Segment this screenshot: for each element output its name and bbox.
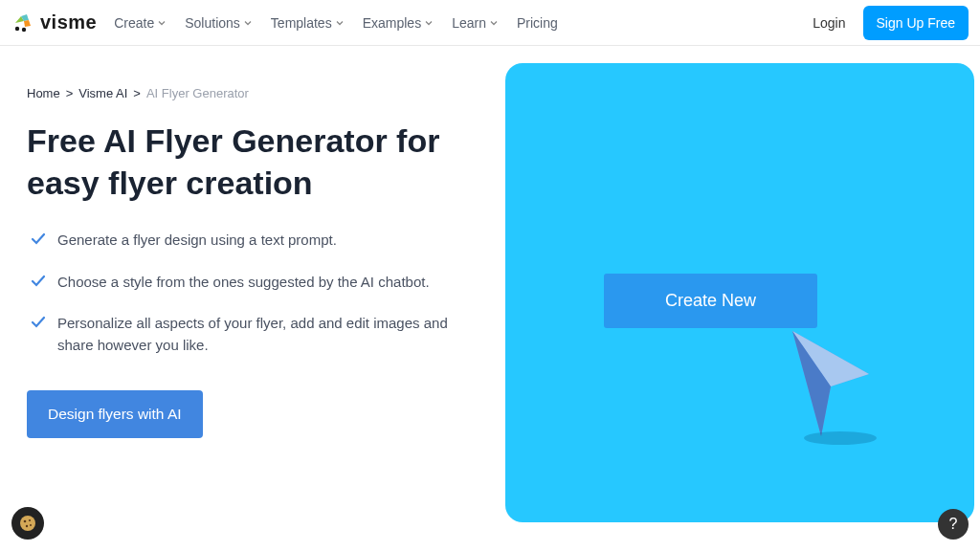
svg-point-5 (29, 519, 31, 521)
hero-illustration: Create New (505, 63, 974, 522)
feature-text: Generate a flyer design using a text pro… (57, 229, 337, 251)
nav-solutions[interactable]: Solutions (185, 15, 252, 31)
check-icon (31, 231, 46, 247)
feature-item: Generate a flyer design using a text pro… (31, 229, 477, 251)
nav-label: Pricing (517, 15, 558, 31)
breadcrumb-vismeai[interactable]: Visme AI (78, 86, 127, 100)
help-button[interactable]: ? (938, 509, 969, 540)
check-icon (31, 274, 46, 289)
svg-point-1 (22, 27, 26, 31)
svg-point-2 (804, 431, 877, 445)
cursor-icon (773, 321, 888, 450)
svg-point-3 (20, 516, 35, 531)
chevron-down-icon (158, 19, 166, 27)
nav-label: Examples (363, 15, 421, 31)
breadcrumb-separator: > (133, 86, 141, 100)
feature-item: Choose a style from the ones suggested b… (31, 271, 477, 293)
hero-left: Home > Visme AI > AI Flyer Generator Fre… (27, 63, 477, 522)
breadcrumb-current: AI Flyer Generator (146, 86, 249, 100)
nav-pricing[interactable]: Pricing (517, 15, 558, 31)
feature-text: Personalize all aspects of your flyer, a… (57, 312, 477, 357)
feature-list: Generate a flyer design using a text pro… (27, 229, 477, 356)
nav-label: Create (114, 15, 154, 31)
cookie-settings-button[interactable] (11, 507, 44, 540)
feature-item: Personalize all aspects of your flyer, a… (31, 312, 477, 357)
svg-point-6 (26, 525, 28, 527)
page-title: Free AI Flyer Generator for easy flyer c… (27, 120, 477, 204)
nav-examples[interactable]: Examples (363, 15, 433, 31)
logo-text: visme (40, 11, 97, 33)
logo-mark-icon (11, 11, 36, 35)
login-link[interactable]: Login (813, 15, 845, 31)
nav-create[interactable]: Create (114, 15, 166, 31)
header-actions: Login Sign Up Free (813, 6, 969, 40)
create-new-button: Create New (604, 274, 817, 328)
signup-button[interactable]: Sign Up Free (863, 6, 969, 40)
illustration-panel: Create New (505, 63, 974, 522)
primary-nav: Create Solutions Templates Examples Lear… (114, 15, 813, 31)
nav-label: Learn (452, 15, 486, 31)
brand-logo[interactable]: visme (11, 11, 97, 35)
main-content: Home > Visme AI > AI Flyer Generator Fre… (0, 46, 980, 522)
design-flyers-button[interactable]: Design flyers with AI (27, 390, 203, 438)
site-header: visme Create Solutions Templates Example… (0, 0, 980, 46)
nav-learn[interactable]: Learn (452, 15, 498, 31)
chevron-down-icon (490, 19, 498, 27)
nav-label: Solutions (185, 15, 240, 31)
chevron-down-icon (244, 19, 252, 27)
breadcrumb-separator: > (66, 86, 74, 100)
nav-label: Templates (271, 15, 332, 31)
feature-text: Choose a style from the ones suggested b… (57, 271, 430, 293)
svg-point-4 (24, 520, 27, 523)
chevron-down-icon (336, 19, 344, 27)
svg-point-0 (15, 26, 19, 30)
breadcrumb: Home > Visme AI > AI Flyer Generator (27, 86, 477, 100)
cookie-icon (18, 514, 37, 533)
chevron-down-icon (425, 19, 433, 27)
check-icon (31, 315, 46, 330)
svg-point-7 (30, 524, 32, 526)
nav-templates[interactable]: Templates (271, 15, 344, 31)
help-icon: ? (949, 516, 958, 533)
breadcrumb-home[interactable]: Home (27, 86, 60, 100)
